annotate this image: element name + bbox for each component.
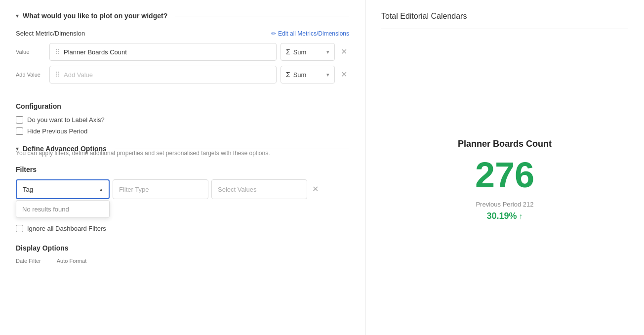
widget-change-pct: 30.19% bbox=[486, 211, 517, 221]
filters-title: Filters bbox=[16, 166, 349, 173]
widget-change: 30.19% ↑ bbox=[486, 211, 523, 221]
label-axis-row: Do you want to Label Axis? bbox=[16, 116, 349, 124]
value-input[interactable]: ⠿ Planner Boards Count bbox=[49, 43, 277, 61]
metric-label-row: Select Metric/Dimension ✏ Edit all Metri… bbox=[16, 30, 349, 37]
metric-label: Select Metric/Dimension bbox=[16, 30, 85, 37]
right-panel: Total Editorial Calendars Planner Boards… bbox=[365, 0, 644, 335]
config-title: Configuration bbox=[16, 102, 349, 110]
tag-dropdown-list: No results found bbox=[16, 200, 110, 218]
remove-value-button[interactable]: ✕ bbox=[339, 47, 349, 57]
section1-header: ▾ What would you like to plot on your wi… bbox=[16, 12, 349, 20]
hide-period-checkbox[interactable] bbox=[16, 127, 23, 135]
sum-select[interactable]: Σ Sum ▾ bbox=[281, 43, 335, 61]
hide-period-text: Hide Previous Period bbox=[27, 127, 87, 135]
add-value-row: Add Value ⠿ Add Value Σ Sum ▾ ✕ bbox=[16, 66, 349, 84]
value-label: Value bbox=[16, 49, 45, 55]
chevron-up-icon: ▴ bbox=[100, 186, 103, 193]
ignore-filters-row: Ignore all Dashboard Filters bbox=[16, 225, 349, 232]
label-axis-text: Do you want to Label Axis? bbox=[27, 116, 105, 124]
value-text: Planner Boards Count bbox=[64, 48, 127, 56]
chevron-down-icon: ▾ bbox=[326, 49, 329, 55]
right-content: Planner Boards Count 276 Previous Period… bbox=[381, 37, 628, 323]
configuration-section: Configuration Do you want to Label Axis?… bbox=[16, 102, 349, 135]
remove-filter-button[interactable]: ✕ bbox=[310, 184, 321, 194]
value-row: Value ⠿ Planner Boards Count Σ Sum ▾ ✕ bbox=[16, 43, 349, 61]
widget-value: 276 bbox=[475, 157, 534, 193]
tag-value: Tag bbox=[23, 186, 33, 193]
add-value-text: Add Value bbox=[64, 71, 93, 79]
pencil-icon: ✏ bbox=[271, 30, 276, 37]
no-results-text: No results found bbox=[22, 206, 69, 213]
auto-format-field: Auto Format bbox=[57, 258, 87, 266]
sigma-icon: Σ bbox=[286, 48, 290, 56]
date-filter-label: Date Filter bbox=[16, 258, 41, 264]
tag-select-wrap: Tag ▴ No results found bbox=[16, 179, 110, 199]
display-section: Display Options Date Filter Auto Format bbox=[16, 244, 349, 266]
add-drag-handle: ⠿ bbox=[55, 71, 60, 79]
widget-metric-name: Planner Boards Count bbox=[458, 139, 552, 149]
filter-values-input[interactable] bbox=[211, 179, 307, 199]
add-value-input[interactable]: ⠿ Add Value bbox=[49, 66, 277, 84]
remove-add-value-button[interactable]: ✕ bbox=[339, 70, 349, 80]
add-sigma-icon: Σ bbox=[286, 71, 290, 79]
display-row: Date Filter Auto Format bbox=[16, 258, 349, 266]
filter-row: Tag ▴ No results found ✕ bbox=[16, 179, 349, 199]
left-panel: ▾ What would you like to plot on your wi… bbox=[0, 0, 365, 335]
add-sum-label: Sum bbox=[293, 71, 307, 79]
advanced-section-header: ▾ Define Advanced Options bbox=[16, 145, 349, 153]
add-chevron-down-icon: ▾ bbox=[326, 72, 329, 78]
display-title: Display Options bbox=[16, 244, 349, 252]
drag-handle: ⠿ bbox=[55, 48, 60, 56]
widget-previous-period: Previous Period 212 bbox=[476, 201, 533, 208]
hide-period-row: Hide Previous Period bbox=[16, 127, 349, 135]
advanced-collapse-icon[interactable]: ▾ bbox=[16, 145, 19, 152]
section1-title: What would you like to plot on your widg… bbox=[23, 12, 167, 20]
ignore-filters-text: Ignore all Dashboard Filters bbox=[27, 225, 106, 232]
label-axis-checkbox[interactable] bbox=[16, 116, 23, 124]
add-value-label: Add Value bbox=[16, 72, 45, 78]
tag-dropdown[interactable]: Tag ▴ bbox=[16, 179, 110, 199]
add-sum-select[interactable]: Σ Sum ▾ bbox=[281, 66, 335, 84]
sum-label: Sum bbox=[293, 48, 307, 56]
collapse-icon[interactable]: ▾ bbox=[16, 12, 19, 19]
edit-metrics-link[interactable]: ✏ Edit all Metrics/Dimensions bbox=[271, 30, 349, 37]
arrow-up-icon: ↑ bbox=[519, 212, 523, 221]
advanced-title: Define Advanced Options bbox=[23, 145, 107, 153]
date-filter-field: Date Filter bbox=[16, 258, 41, 266]
auto-format-label: Auto Format bbox=[57, 258, 87, 264]
ignore-filters-checkbox[interactable] bbox=[16, 225, 23, 232]
filter-type-input[interactable] bbox=[113, 179, 208, 199]
right-header: Total Editorial Calendars bbox=[381, 12, 628, 29]
